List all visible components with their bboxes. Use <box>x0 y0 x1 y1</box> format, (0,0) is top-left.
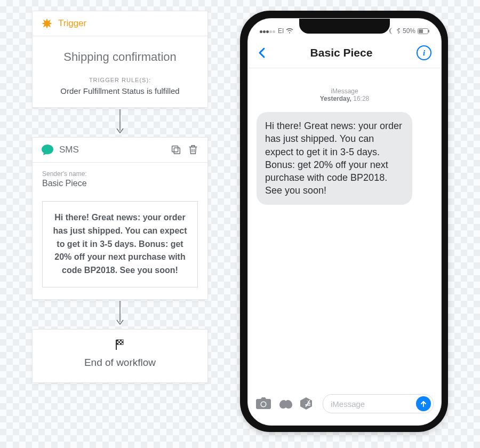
end-workflow-card: End of workflow <box>32 329 208 383</box>
chat-title: Basic Piece <box>266 46 417 59</box>
message-input-bar: iMessage <box>248 390 441 418</box>
battery-percent: 50% <box>403 27 415 35</box>
duplicate-icon[interactable] <box>170 144 182 156</box>
svg-point-12 <box>261 402 266 406</box>
info-icon[interactable]: i <box>417 45 431 60</box>
end-workflow-label: End of workflow <box>38 353 202 369</box>
trash-icon[interactable] <box>187 144 199 156</box>
arrow-up-icon <box>420 400 427 407</box>
trigger-title: Shipping confirmation <box>33 36 207 74</box>
thread-time: 16:28 <box>353 95 369 102</box>
sender-label: Sender's name: <box>42 170 198 178</box>
digital-touch-icon[interactable] <box>278 397 294 411</box>
connector-arrow-1 <box>32 108 208 137</box>
connector-arrow-2 <box>32 300 208 329</box>
back-chevron-icon[interactable] <box>258 46 266 59</box>
svg-rect-3 <box>172 146 178 152</box>
message-input-placeholder: iMessage <box>331 399 365 409</box>
svg-rect-10 <box>428 30 429 33</box>
phone-notch <box>299 19 390 34</box>
bluetooth-icon <box>396 28 401 34</box>
chat-nav-bar: Basic Piece i <box>248 39 441 68</box>
chat-thread-meta: iMessage Yesterday, 16:28 <box>257 87 433 102</box>
trigger-rules-label: TRIGGER RULE(S): <box>33 74 207 83</box>
send-button[interactable] <box>416 396 431 411</box>
wifi-icon <box>286 28 293 34</box>
speech-bubble-icon <box>41 144 54 156</box>
trigger-card[interactable]: Trigger Shipping confirmation TRIGGER RU… <box>32 11 208 108</box>
svg-rect-2 <box>174 148 180 154</box>
thread-label: iMessage <box>257 87 433 95</box>
chat-body: iMessage Yesterday, 16:28 Hi there! Grea… <box>248 68 441 214</box>
sms-header-label: SMS <box>59 145 79 155</box>
trigger-rules-text: Order Fulfillment Status is fulfilled <box>33 83 207 107</box>
sms-message-preview[interactable]: Hi there! Great news: your order has jus… <box>42 201 198 287</box>
app-store-icon[interactable] <box>300 397 316 411</box>
carrier-label: EI <box>278 27 284 35</box>
trigger-card-header: Trigger <box>33 11 207 36</box>
svg-marker-0 <box>42 18 52 29</box>
svg-rect-9 <box>419 29 423 33</box>
message-input[interactable]: iMessage <box>323 394 434 413</box>
phone-device-frame: EI 15:26 50% Basic Piece i iMessage Yest… <box>240 11 448 432</box>
trigger-header-label: Trigger <box>58 18 86 29</box>
camera-icon[interactable] <box>255 397 271 411</box>
message-bubble[interactable]: Hi there! Great news: your order has jus… <box>257 112 412 205</box>
starburst-icon <box>41 18 53 29</box>
sender-name: Basic Piece <box>42 178 198 188</box>
moon-icon <box>389 28 394 34</box>
checkered-flag-icon <box>38 339 202 353</box>
thread-day: Yesterday, <box>320 95 351 102</box>
signal-strength-icon <box>260 27 276 35</box>
sms-card-header: SMS <box>33 138 207 163</box>
sms-card[interactable]: SMS Sender's name: Basic Piece Hi there!… <box>32 137 208 300</box>
battery-icon <box>418 28 429 34</box>
svg-point-7 <box>289 33 290 34</box>
